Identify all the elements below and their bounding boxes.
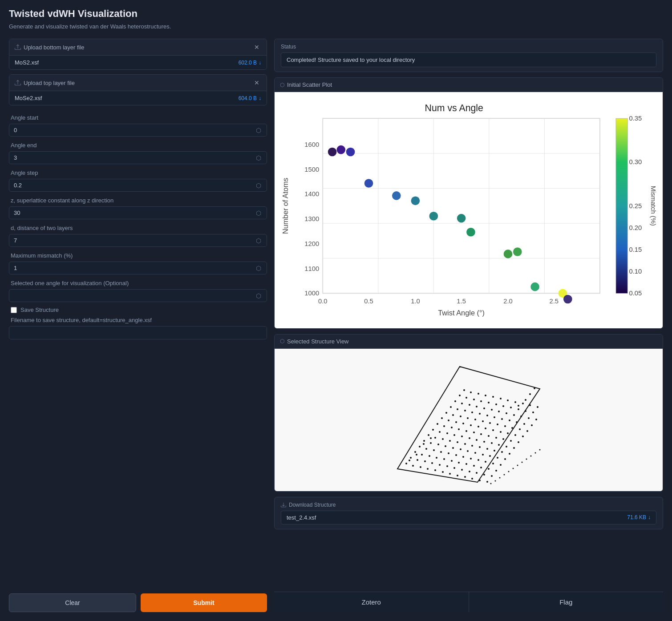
svg-point-145	[480, 433, 482, 435]
svg-point-171	[486, 448, 488, 450]
svg-text:1000: 1000	[304, 290, 319, 297]
svg-point-177	[513, 414, 515, 416]
svg-point-175	[504, 425, 506, 427]
angle-start-label: Angle start	[9, 114, 267, 121]
upload-top-filename: MoSe2.xsf	[15, 95, 42, 101]
svg-text:2.5: 2.5	[549, 298, 558, 305]
svg-point-158	[483, 441, 485, 443]
angle-end-spin[interactable]: ⬡	[255, 155, 262, 161]
tab-flag[interactable]: Flag	[469, 592, 664, 612]
svg-point-97	[431, 462, 433, 464]
svg-point-83	[424, 460, 426, 462]
svg-point-200	[506, 446, 507, 448]
svg-point-95	[478, 393, 479, 395]
z-spin[interactable]: ⬡	[255, 210, 262, 216]
angle-start-spin[interactable]: ⬡	[255, 127, 262, 133]
svg-point-149	[498, 411, 500, 412]
svg-point-87	[442, 438, 444, 440]
angle-viz-spin[interactable]: ⬡	[255, 293, 262, 299]
svg-text:1400: 1400	[304, 190, 319, 198]
svg-point-194	[479, 480, 481, 481]
svg-point-180	[471, 478, 473, 480]
svg-point-36	[457, 214, 466, 223]
d-input[interactable]	[14, 237, 255, 244]
angle-step-spin[interactable]: ⬡	[255, 182, 262, 189]
upload-top-label-wrap: Upload top layer file	[15, 80, 75, 86]
svg-point-113	[448, 452, 449, 454]
angle-step-input[interactable]	[14, 182, 255, 189]
params-section: Angle start ⬡ Angle end ⬡ Angle step	[9, 110, 267, 588]
upload-top-label: Upload top layer file	[24, 80, 75, 86]
svg-point-110	[434, 469, 436, 471]
svg-point-220	[490, 483, 492, 484]
tab-zotero[interactable]: Zotero	[274, 592, 469, 612]
svg-point-82	[420, 466, 421, 468]
main-layout: Upload bottom layer file ✕ MoS2.xsf 602.…	[9, 39, 663, 612]
svg-point-88	[446, 432, 448, 434]
svg-point-164	[510, 407, 512, 408]
z-input[interactable]	[14, 210, 255, 216]
svg-point-195	[483, 474, 485, 476]
mismatch-label: Maximum mismatch (%)	[9, 252, 267, 259]
clear-button[interactable]: Clear	[9, 593, 136, 612]
svg-text:Mismatch (%): Mismatch (%)	[650, 186, 657, 226]
upload-bottom-close[interactable]: ✕	[252, 43, 261, 52]
svg-point-130	[469, 437, 470, 439]
upload-bottom-filesize: 602.0 B ↓	[239, 60, 261, 66]
svg-point-100	[445, 445, 446, 447]
angle-start-input[interactable]	[14, 127, 255, 133]
svg-point-32	[364, 179, 373, 188]
angle-start-group: Angle start ⬡	[9, 110, 267, 137]
svg-point-221	[495, 480, 496, 481]
svg-text:0.15: 0.15	[629, 246, 642, 253]
save-structure-row: Save Structure	[9, 303, 267, 317]
svg-point-231	[539, 449, 541, 450]
svg-point-73	[434, 437, 436, 439]
mismatch-input-row: ⬡	[9, 262, 267, 274]
download-file-row[interactable]: test_2.4.xsf 71.6 KB ↓	[281, 511, 656, 524]
z-label: z, superlattice constant along z directi…	[9, 197, 267, 204]
svg-point-71	[425, 448, 427, 450]
svg-point-102	[453, 434, 455, 436]
d-spin[interactable]: ⬡	[255, 238, 262, 244]
angle-end-input[interactable]	[14, 154, 255, 161]
filename-input-wrap	[9, 326, 267, 339]
svg-point-190	[516, 421, 518, 423]
upload-bottom-label: Upload bottom layer file	[24, 44, 85, 51]
svg-rect-43	[616, 118, 627, 293]
filename-input[interactable]	[14, 330, 262, 336]
save-structure-checkbox[interactable]	[11, 307, 17, 313]
mismatch-input[interactable]	[14, 265, 255, 271]
svg-point-116	[461, 436, 463, 437]
svg-point-54	[405, 463, 407, 464]
svg-point-94	[473, 399, 475, 400]
svg-point-35	[429, 212, 438, 221]
svg-point-66	[459, 395, 461, 396]
angle-viz-group: Selected one angle for visualization (Op…	[9, 275, 267, 303]
download-size: 71.6 KB ↓	[627, 514, 651, 520]
svg-point-80	[466, 397, 467, 399]
svg-point-132	[478, 426, 479, 427]
svg-text:0.25: 0.25	[629, 202, 642, 210]
angle-start-input-row: ⬡	[9, 124, 267, 137]
app-container: Twisted vdWH Visualization Generate and …	[0, 0, 672, 621]
svg-point-146	[485, 427, 486, 429]
submit-button[interactable]: Submit	[141, 593, 267, 612]
angle-step-label: Angle step	[9, 169, 267, 176]
angle-viz-input[interactable]	[14, 292, 255, 299]
svg-point-152	[457, 475, 458, 476]
angle-viz-input-row: ⬡	[9, 289, 267, 302]
svg-point-222	[499, 477, 501, 478]
svg-point-69	[417, 459, 418, 461]
svg-point-140	[458, 462, 460, 464]
svg-point-204	[523, 423, 525, 425]
scatter-plot-icon: ⬡	[280, 82, 284, 88]
angle-viz-label: Selected one angle for visualization (Op…	[9, 280, 267, 286]
download-filename: test_2.4.xsf	[287, 514, 316, 521]
svg-point-157	[479, 446, 481, 448]
svg-point-210	[495, 470, 497, 472]
upload-top-close[interactable]: ✕	[252, 78, 261, 87]
mismatch-spin[interactable]: ⬡	[255, 265, 262, 271]
svg-point-65	[454, 400, 456, 402]
svg-point-40	[530, 282, 539, 291]
